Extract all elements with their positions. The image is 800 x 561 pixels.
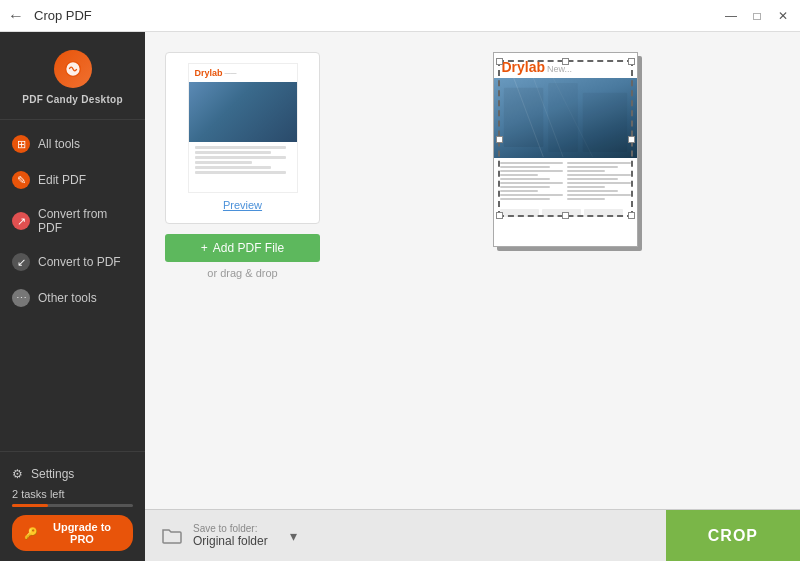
sidebar-bottom: ⚙ Settings 2 tasks left 🔑 Upgrade to PRO [0,451,145,561]
back-button[interactable]: ← [8,7,24,25]
settings-item[interactable]: ⚙ Settings [12,460,133,488]
all-tools-icon: ⊞ [12,135,30,153]
sidebar-nav: ⊞ All tools ✎ Edit PDF ↗ Convert from PD… [0,120,145,451]
pdf-title-gray: New... [547,64,572,74]
tasks-left-label: 2 tasks left [12,488,133,500]
svg-rect-6 [582,93,626,152]
convert-to-icon: ↙ [12,253,30,271]
candy-icon [62,58,84,80]
tasks-progress-bar [12,504,133,507]
add-pdf-button[interactable]: + Add PDF File [165,234,320,262]
thumb-line-3 [195,156,286,159]
sidebar-item-convert-from[interactable]: ↗ Convert from PDF [0,198,145,244]
svg-rect-4 [503,88,542,147]
app-name: PDF Candy Desktop [22,94,123,105]
settings-label: Settings [31,467,74,481]
pdf-text-section [494,158,637,206]
upgrade-button[interactable]: 🔑 Upgrade to PRO [12,515,133,551]
convert-from-icon: ↗ [12,212,30,230]
titlebar-title: Crop PDF [34,8,722,23]
edit-pdf-icon: ✎ [12,171,30,189]
pdf-title-orange: Drylab [502,59,546,75]
thumb-title-gray: —— [225,70,237,76]
save-folder-info: Save to folder: Original folder [193,523,268,548]
file-preview-box: Drylab —— Preview [165,52,320,224]
close-button[interactable]: ✕ [774,7,792,25]
upgrade-label: Upgrade to PRO [43,521,121,545]
settings-icon: ⚙ [12,467,23,481]
bottom-bar: Save to folder: Original folder ▾ CROP [145,509,800,561]
titlebar: ← Crop PDF — □ ✕ [0,0,800,32]
thumb-line-2 [195,151,272,154]
folder-svg-icon [161,527,183,545]
svg-rect-5 [548,83,578,152]
thumb-header: Drylab —— [189,64,297,82]
pdf-preview-area: Drylab New... [350,52,780,247]
folder-dropdown-button[interactable]: ▾ [278,510,309,562]
thumb-line-6 [195,171,286,174]
pdf-footer [494,206,637,220]
main-layout: PDF Candy Desktop ⊞ All tools ✎ Edit PDF… [0,32,800,561]
save-folder-label: Save to folder: [193,523,268,534]
thumb-image [189,82,297,142]
thumb-line-1 [195,146,286,149]
content-main: Drylab —— Preview [145,32,800,509]
pdf-preview-wrapper: Drylab New... [493,52,638,247]
app-logo-icon [54,50,92,88]
all-tools-label: All tools [38,137,80,151]
pdf-col-right [567,162,631,202]
add-file-plus-icon: + [201,241,208,255]
drag-drop-label: or drag & drop [165,267,320,279]
sidebar-logo: PDF Candy Desktop [0,32,145,120]
thumb-line-4 [195,161,253,164]
save-folder-section: Save to folder: Original folder ▾ [161,510,666,562]
content-area: Drylab —— Preview [145,32,800,561]
thumb-line-5 [195,166,272,169]
sidebar-item-other-tools[interactable]: ⋯ Other tools [0,280,145,316]
pdf-page: Drylab New... [493,52,638,247]
upgrade-icon: 🔑 [24,527,38,540]
convert-from-label: Convert from PDF [38,207,133,235]
folder-icon [161,527,183,545]
edit-pdf-label: Edit PDF [38,173,86,187]
crop-button[interactable]: CROP [666,510,800,562]
thumb-text-area [189,142,297,180]
sidebar-item-edit-pdf[interactable]: ✎ Edit PDF [0,162,145,198]
minimize-button[interactable]: — [722,7,740,25]
maximize-button[interactable]: □ [748,7,766,25]
other-tools-icon: ⋯ [12,289,30,307]
pdf-image-section [494,78,637,158]
other-tools-label: Other tools [38,291,97,305]
tasks-progress-fill [12,504,48,507]
thumb-title-orange: Drylab [195,68,223,78]
add-file-label: Add PDF File [213,241,284,255]
sidebar-item-all-tools[interactable]: ⊞ All tools [0,126,145,162]
pdf-page-header: Drylab New... [494,53,637,78]
window-controls: — □ ✕ [722,7,792,25]
pdf-col-left [500,162,564,202]
building-svg [494,78,637,157]
upload-panel: Drylab —— Preview [165,52,320,279]
convert-to-label: Convert to PDF [38,255,121,269]
sidebar: PDF Candy Desktop ⊞ All tools ✎ Edit PDF… [0,32,145,561]
file-thumbnail: Drylab —— [188,63,298,193]
preview-link[interactable]: Preview [223,199,262,211]
save-folder-value: Original folder [193,534,268,548]
sidebar-item-convert-to[interactable]: ↙ Convert to PDF [0,244,145,280]
